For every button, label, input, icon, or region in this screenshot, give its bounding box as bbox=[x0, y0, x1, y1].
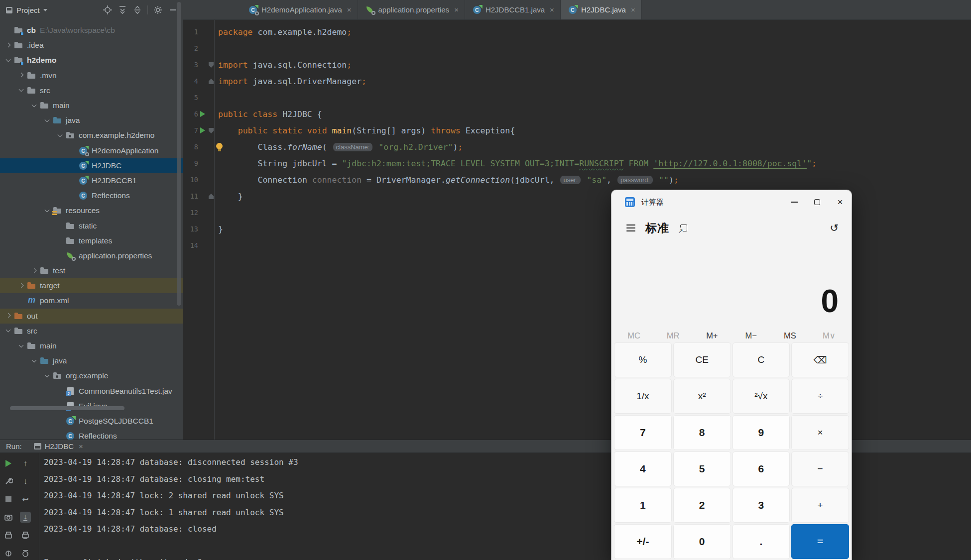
calc-key-÷[interactable]: ÷ bbox=[791, 379, 849, 414]
calc-key-×[interactable]: × bbox=[791, 415, 849, 450]
calc-key-3[interactable]: 3 bbox=[732, 488, 790, 523]
code-line-1[interactable]: 1package com.example.h2demo; bbox=[183, 24, 971, 40]
chevron-collapsed-icon[interactable] bbox=[4, 312, 12, 320]
chevron-expanded-icon[interactable] bbox=[30, 357, 38, 365]
tree-item-h2demo[interactable]: h2demo bbox=[0, 53, 183, 68]
calc-key-C[interactable]: C bbox=[732, 342, 790, 377]
code-line-3[interactable]: 3import java.sql.Connection; bbox=[183, 57, 971, 73]
calculator-titlebar[interactable]: 计算器 × bbox=[611, 190, 851, 214]
expand-all-icon[interactable] bbox=[118, 5, 127, 15]
editor-tab-H2JDBCCB1.java[interactable]: H2JDBCCB1.java× bbox=[465, 0, 561, 19]
calc-key-x²[interactable]: x² bbox=[673, 379, 731, 414]
tree-item-H2JDBC[interactable]: H2JDBC bbox=[0, 158, 183, 173]
rerun-icon[interactable] bbox=[3, 458, 14, 469]
calc-key-2[interactable]: 2 bbox=[673, 488, 731, 523]
close-button[interactable]: × bbox=[829, 190, 851, 214]
tree-item-src[interactable]: src bbox=[0, 83, 183, 98]
code-line-10[interactable]: 10 Connection connection = DriverManager… bbox=[183, 172, 971, 188]
settings-gear-icon[interactable] bbox=[153, 5, 163, 15]
intention-bulb-icon[interactable] bbox=[216, 143, 223, 149]
calc-key-1/x[interactable]: 1/x bbox=[614, 379, 672, 414]
stop-icon[interactable] bbox=[3, 494, 14, 505]
tree-item-cb[interactable]: cbE:\Java\workspace\cb bbox=[0, 23, 183, 38]
tree-item-.mvn[interactable]: .mvn bbox=[0, 68, 183, 83]
chevron-expanded-icon[interactable] bbox=[17, 342, 25, 350]
tree-item-java[interactable]: java bbox=[0, 353, 183, 368]
tree-item-.idea[interactable]: .idea bbox=[0, 38, 183, 53]
run-arrow-icon[interactable] bbox=[200, 111, 205, 117]
dump-threads-icon[interactable] bbox=[3, 530, 14, 541]
calc-key-²√x[interactable]: ²√x bbox=[732, 379, 790, 414]
run-tab-h2jdbc[interactable]: H2JDBC × bbox=[29, 440, 88, 453]
calculator-mode-label[interactable]: 标准 bbox=[645, 221, 669, 236]
chevron-expanded-icon[interactable] bbox=[43, 372, 51, 380]
close-icon[interactable]: × bbox=[347, 5, 352, 14]
keep-on-top-icon[interactable] bbox=[680, 224, 687, 231]
tree-item-CommonBeanutils1Test.jav[interactable]: CommonBeanutils1Test.jav bbox=[0, 384, 183, 399]
run-arrow-icon[interactable] bbox=[200, 127, 205, 133]
tree-item-java[interactable]: java bbox=[0, 113, 183, 128]
tree-item-templates[interactable]: templates bbox=[0, 233, 183, 248]
tree-item-Reflections[interactable]: Reflections bbox=[0, 429, 183, 440]
calc-key-5[interactable]: 5 bbox=[673, 451, 731, 486]
up-stack-icon[interactable]: ↑ bbox=[20, 458, 31, 469]
tree-item-static[interactable]: static bbox=[0, 218, 183, 233]
chevron-collapsed-icon[interactable] bbox=[17, 282, 25, 290]
code-line-12[interactable]: 12 bbox=[183, 205, 971, 221]
chevron-expanded-icon[interactable] bbox=[56, 131, 64, 140]
minimize-button[interactable] bbox=[783, 190, 806, 214]
locate-file-icon[interactable] bbox=[103, 5, 113, 15]
calc-key-4[interactable]: 4 bbox=[614, 451, 672, 486]
tree-item-com.example.h2demo[interactable]: com.example.h2demo bbox=[0, 128, 183, 143]
down-stack-icon[interactable]: ↓ bbox=[20, 476, 31, 487]
chevron-collapsed-icon[interactable] bbox=[17, 71, 25, 80]
scroll-to-end-icon[interactable]: ↓ bbox=[20, 512, 31, 523]
hide-panel-icon[interactable] bbox=[168, 5, 178, 15]
code-line-4[interactable]: 4import java.sql.DriverManager; bbox=[183, 73, 971, 90]
calc-key-0[interactable]: 0 bbox=[673, 524, 731, 559]
fold-marker-icon[interactable] bbox=[209, 79, 214, 84]
tree-item-PostgeSQLJDBCCB1[interactable]: PostgeSQLJDBCCB1 bbox=[0, 414, 183, 429]
project-panel-title[interactable]: Project bbox=[16, 6, 40, 14]
calc-key-6[interactable]: 6 bbox=[732, 451, 790, 486]
chevron-expanded-icon[interactable] bbox=[43, 207, 51, 215]
tree-item-Reflections[interactable]: Reflections bbox=[0, 188, 183, 203]
tree-item-org.example[interactable]: org.example bbox=[0, 368, 183, 383]
editor-tab-H2demoApplication.java[interactable]: H2demoApplication.java× bbox=[241, 0, 358, 19]
calc-key-.[interactable]: . bbox=[732, 524, 790, 559]
tree-vertical-scrollbar[interactable] bbox=[177, 2, 181, 306]
build-wrench-icon[interactable] bbox=[3, 476, 14, 487]
chevron-down-icon[interactable] bbox=[43, 9, 47, 11]
tree-item-out[interactable]: out bbox=[0, 309, 183, 324]
fold-marker-icon[interactable] bbox=[209, 128, 214, 133]
tree-item-main[interactable]: main bbox=[0, 98, 183, 113]
menu-hamburger-icon[interactable] bbox=[626, 224, 635, 231]
chevron-expanded-icon[interactable] bbox=[4, 56, 12, 65]
code-line-14[interactable]: 14 bbox=[183, 237, 971, 254]
code-line-8[interactable]: 8 Class.forName( className: "org.h2.Driv… bbox=[183, 139, 971, 155]
code-line-9[interactable]: 9 String jdbcUrl = "jdbc:h2:mem:test;TRA… bbox=[183, 155, 971, 172]
tree-item-target[interactable]: target bbox=[0, 278, 183, 293]
chevron-expanded-icon[interactable] bbox=[17, 86, 25, 95]
editor-tab-application.properties[interactable]: application.properties× bbox=[358, 0, 465, 19]
code-line-5[interactable]: 5 bbox=[183, 90, 971, 106]
maximize-button[interactable] bbox=[806, 190, 829, 214]
chevron-collapsed-icon[interactable] bbox=[4, 41, 12, 50]
code-editor[interactable]: 1package com.example.h2demo;23import jav… bbox=[183, 20, 971, 440]
close-icon[interactable]: × bbox=[79, 442, 83, 450]
calc-key-7[interactable]: 7 bbox=[614, 415, 672, 450]
close-icon[interactable]: × bbox=[631, 5, 635, 14]
close-icon[interactable]: × bbox=[454, 5, 459, 14]
calc-key-1[interactable]: 1 bbox=[614, 488, 672, 523]
editor-tab-H2JDBC.java[interactable]: H2JDBC.java× bbox=[561, 0, 642, 19]
soft-wrap-icon[interactable]: ↩ bbox=[20, 494, 31, 505]
history-icon[interactable]: ↺ bbox=[830, 222, 839, 234]
tree-item-test[interactable]: test bbox=[0, 263, 183, 278]
calc-key-−[interactable]: − bbox=[791, 451, 849, 486]
tree-item-H2JDBCCB1[interactable]: H2JDBCCB1 bbox=[0, 173, 183, 188]
calc-key-=[interactable]: = bbox=[791, 524, 849, 559]
camera-icon[interactable] bbox=[3, 512, 14, 523]
tree-item-application.properties[interactable]: application.properties bbox=[0, 248, 183, 263]
tree-item-pom.xml[interactable]: pom.xml bbox=[0, 293, 183, 308]
code-line-11[interactable]: 11 } bbox=[183, 188, 971, 205]
